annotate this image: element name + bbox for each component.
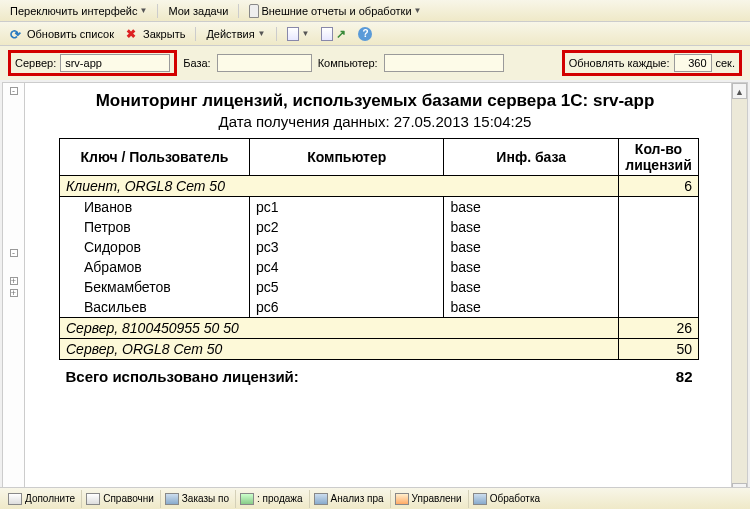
close-icon: ✖ bbox=[126, 27, 140, 41]
status-item[interactable]: : продажа bbox=[235, 490, 307, 508]
refresh-icon: ⟳ bbox=[10, 27, 24, 41]
cell-base: base bbox=[444, 277, 619, 297]
table-row: Васильевpc6base bbox=[60, 297, 699, 318]
cell-count bbox=[619, 257, 699, 277]
col-computer: Компьютер bbox=[250, 139, 444, 176]
report-document: Мониторинг лицензий, используемых базами… bbox=[25, 83, 731, 499]
table-row: Абрамовpc4base bbox=[60, 257, 699, 277]
cell-pc: pc2 bbox=[250, 217, 444, 237]
group-count: 26 bbox=[619, 318, 699, 339]
toolbar: ⟳ Обновить список ✖ Закрыть Действия ▼ ▼… bbox=[0, 22, 750, 46]
report-area: - - + + Мониторинг лицензий, используемы… bbox=[2, 82, 748, 500]
cell-pc: pc1 bbox=[250, 197, 444, 218]
button-label: Закрыть bbox=[143, 28, 185, 40]
page-icon bbox=[395, 493, 409, 505]
outline-expand-button[interactable]: + bbox=[10, 289, 18, 297]
status-item[interactable]: Управлени bbox=[390, 490, 466, 508]
chevron-down-icon: ▼ bbox=[414, 6, 422, 15]
total-value: 82 bbox=[619, 360, 699, 388]
cell-count bbox=[619, 237, 699, 257]
arrow-icon: ↗ bbox=[336, 27, 346, 41]
cell-user: Иванов bbox=[60, 197, 250, 218]
server-label: Сервер: bbox=[15, 57, 56, 69]
cell-user: Абрамов bbox=[60, 257, 250, 277]
outline-collapse-button[interactable]: - bbox=[10, 249, 18, 257]
cell-pc: pc4 bbox=[250, 257, 444, 277]
page-icon bbox=[165, 493, 179, 505]
page-icon bbox=[86, 493, 100, 505]
actions-menu[interactable]: Действия ▼ bbox=[202, 27, 269, 41]
cell-pc: pc3 bbox=[250, 237, 444, 257]
computer-input[interactable] bbox=[384, 54, 504, 72]
outline-gutter: - - + + bbox=[3, 83, 25, 499]
col-key-user: Ключ / Пользователь bbox=[60, 139, 250, 176]
group-count: 50 bbox=[619, 339, 699, 360]
separator bbox=[238, 4, 239, 18]
export-button[interactable]: ↗ bbox=[317, 26, 350, 42]
close-button[interactable]: ✖ Закрыть bbox=[122, 26, 189, 42]
status-item[interactable]: Справочни bbox=[81, 490, 158, 508]
outline-collapse-button[interactable]: - bbox=[10, 87, 18, 95]
status-label: Справочни bbox=[103, 493, 154, 504]
group-row[interactable]: Сервер, 8100450955 50 50 26 bbox=[60, 318, 699, 339]
menu-switch-ui[interactable]: Переключить интерфейс ▼ bbox=[6, 4, 151, 18]
computer-label: Компьютер: bbox=[318, 57, 378, 69]
scroll-up-icon[interactable]: ▲ bbox=[732, 83, 747, 99]
refresh-every-label: Обновлять каждые: bbox=[569, 57, 670, 69]
status-label: : продажа bbox=[257, 493, 303, 504]
cell-user: Бекмамбетов bbox=[60, 277, 250, 297]
outline-expand-button[interactable]: + bbox=[10, 277, 18, 285]
status-item[interactable]: Дополните bbox=[4, 490, 79, 508]
table-row: Сидоровpc3base bbox=[60, 237, 699, 257]
doc-button[interactable]: ▼ bbox=[283, 26, 314, 42]
document-icon bbox=[287, 27, 299, 41]
group-name: Клиент, ORGL8 Сет 50 bbox=[60, 176, 619, 197]
cell-base: base bbox=[444, 297, 619, 318]
status-label: Дополните bbox=[25, 493, 75, 504]
page-icon bbox=[8, 493, 22, 505]
refresh-interval-input[interactable] bbox=[674, 54, 712, 72]
help-button[interactable]: ? bbox=[354, 26, 376, 42]
group-row[interactable]: Клиент, ORGL8 Сет 50 6 bbox=[60, 176, 699, 197]
separator bbox=[195, 27, 196, 41]
page-icon bbox=[240, 493, 254, 505]
report-subtitle: Дата получения данных: 27.05.2013 15:04:… bbox=[29, 113, 721, 130]
cell-pc: pc5 bbox=[250, 277, 444, 297]
status-item[interactable]: Обработка bbox=[468, 490, 544, 508]
group-name: Сервер, ORGL8 Сет 50 bbox=[60, 339, 619, 360]
group-row[interactable]: Сервер, ORGL8 Сет 50 50 bbox=[60, 339, 699, 360]
document-icon bbox=[321, 27, 333, 41]
status-label: Заказы по bbox=[182, 493, 229, 504]
menu-external-reports[interactable]: Внешние отчеты и обработки ▼ bbox=[245, 3, 425, 19]
button-label: Обновить список bbox=[27, 28, 114, 40]
table-row: Бекмамбетовpc5base bbox=[60, 277, 699, 297]
cell-base: base bbox=[444, 237, 619, 257]
menu-my-tasks[interactable]: Мои задачи bbox=[164, 4, 232, 18]
filter-bar: Сервер: База: Компьютер: Обновлять кажды… bbox=[0, 46, 750, 80]
base-input[interactable] bbox=[217, 54, 312, 72]
report-title: Мониторинг лицензий, используемых базами… bbox=[29, 91, 721, 111]
total-label: Всего использовано лицензий: bbox=[60, 360, 619, 388]
cell-count bbox=[619, 277, 699, 297]
help-icon: ? bbox=[358, 27, 372, 41]
vertical-scrollbar[interactable]: ▲ ▼ bbox=[731, 83, 747, 499]
menu-label: Переключить интерфейс bbox=[10, 5, 138, 17]
main-menu: Переключить интерфейс ▼ Мои задачи Внешн… bbox=[0, 0, 750, 22]
clip-icon bbox=[249, 4, 259, 18]
cell-user: Сидоров bbox=[60, 237, 250, 257]
chevron-down-icon: ▼ bbox=[140, 6, 148, 15]
chevron-down-icon: ▼ bbox=[302, 29, 310, 38]
table-row: Ивановpc1base bbox=[60, 197, 699, 218]
refresh-button[interactable]: ⟳ Обновить список bbox=[6, 26, 118, 42]
status-item[interactable]: Анализ пра bbox=[309, 490, 388, 508]
group-name: Сервер, 8100450955 50 50 bbox=[60, 318, 619, 339]
server-input[interactable] bbox=[60, 54, 170, 72]
status-item[interactable]: Заказы по bbox=[160, 490, 233, 508]
status-label: Управлени bbox=[412, 493, 462, 504]
menu-label: Внешние отчеты и обработки bbox=[261, 5, 411, 17]
refresh-interval-box: Обновлять каждые: сек. bbox=[562, 50, 742, 76]
base-label: База: bbox=[183, 57, 210, 69]
cell-count bbox=[619, 217, 699, 237]
separator bbox=[276, 27, 277, 41]
group-count: 6 bbox=[619, 176, 699, 197]
